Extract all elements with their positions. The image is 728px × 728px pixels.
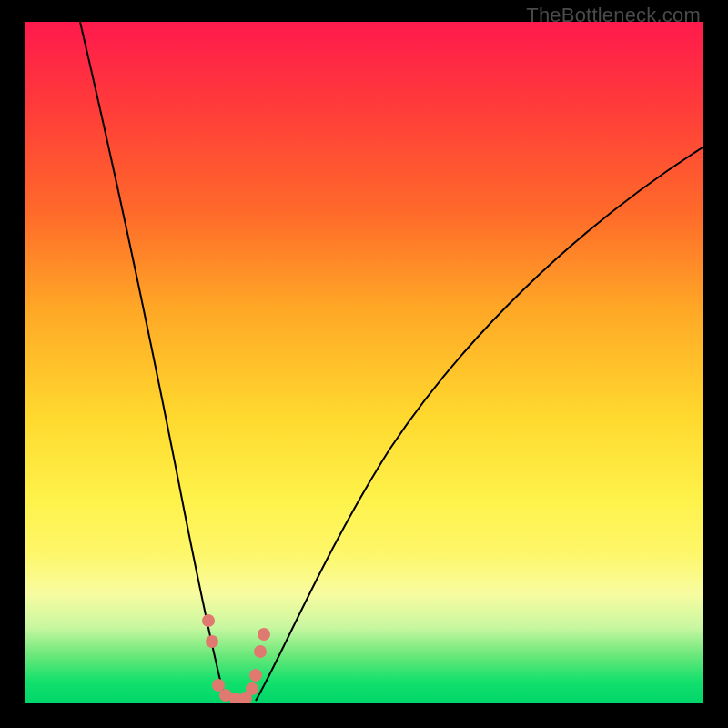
- plot-area: [25, 22, 703, 703]
- marker-dot: [258, 628, 270, 641]
- curve-right-ascent: [256, 147, 703, 701]
- marker-cluster: [202, 614, 270, 703]
- marker-dot: [254, 645, 267, 658]
- marker-dot: [246, 682, 258, 695]
- marker-dot: [206, 635, 218, 648]
- chart-frame: TheBottleneck.com: [0, 0, 728, 728]
- curve-left-descent: [80, 22, 224, 695]
- marker-dot: [249, 669, 262, 682]
- chart-svg: [25, 22, 703, 703]
- marker-dot: [202, 614, 215, 627]
